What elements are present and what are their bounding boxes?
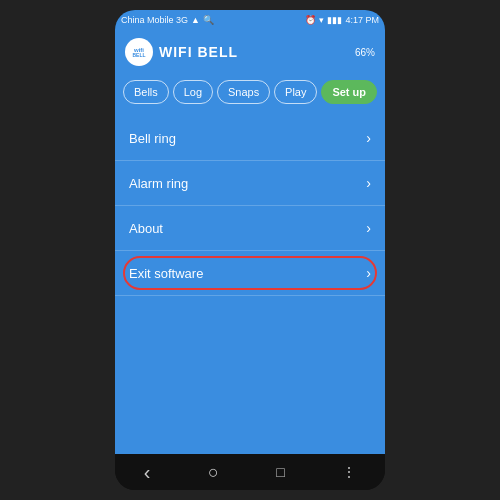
home-button[interactable]: ○ bbox=[208, 462, 219, 483]
tab-snaps[interactable]: Snaps bbox=[217, 80, 270, 104]
search-icon: 🔍 bbox=[203, 15, 214, 25]
app-title: WIFI BELL bbox=[159, 44, 238, 60]
chevron-icon-alarm-ring: › bbox=[366, 175, 371, 191]
tab-play[interactable]: Play bbox=[274, 80, 317, 104]
menu-label-about: About bbox=[129, 221, 163, 236]
menu-item-exit-software[interactable]: Exit software › bbox=[115, 251, 385, 296]
nav-tabs: Bells Log Snaps Play Set up bbox=[115, 74, 385, 112]
signal-icon: ▲ bbox=[191, 15, 200, 25]
tab-log[interactable]: Log bbox=[173, 80, 213, 104]
chevron-icon-bell-ring: › bbox=[366, 130, 371, 146]
time-text: 4:17 PM bbox=[345, 15, 379, 25]
menu-label-exit-software: Exit software bbox=[129, 266, 203, 281]
menu-item-bell-ring[interactable]: Bell ring › bbox=[115, 116, 385, 161]
signal-bars-icon: ▮▮▮ bbox=[327, 15, 342, 25]
chevron-icon-exit-software: › bbox=[366, 265, 371, 281]
more-button[interactable]: ⋮ bbox=[342, 464, 356, 480]
menu-label-alarm-ring: Alarm ring bbox=[129, 176, 188, 191]
menu-list: Bell ring › Alarm ring › About › Exit so… bbox=[115, 112, 385, 454]
back-button[interactable]: ‹ bbox=[144, 461, 151, 484]
app-logo: wifi BELL bbox=[125, 38, 153, 66]
phone-container: China Mobile 3G ▲ 🔍 ⏰ ▾ ▮▮▮ 4:17 PM wifi… bbox=[115, 10, 385, 490]
tab-bells[interactable]: Bells bbox=[123, 80, 169, 104]
battery-percent: 66% bbox=[355, 47, 375, 58]
app-header: wifi BELL WIFI BELL 66% bbox=[115, 30, 385, 74]
status-bar: China Mobile 3G ▲ 🔍 ⏰ ▾ ▮▮▮ 4:17 PM bbox=[115, 10, 385, 30]
bottom-nav-bar: ‹ ○ □ ⋮ bbox=[115, 454, 385, 490]
carrier-text: China Mobile 3G bbox=[121, 15, 188, 25]
menu-item-alarm-ring[interactable]: Alarm ring › bbox=[115, 161, 385, 206]
header-left: wifi BELL WIFI BELL bbox=[125, 38, 238, 66]
wifi-icon: ▾ bbox=[319, 15, 324, 25]
status-bar-left: China Mobile 3G ▲ 🔍 bbox=[121, 15, 214, 25]
chevron-icon-about: › bbox=[366, 220, 371, 236]
alarm-icon: ⏰ bbox=[305, 15, 316, 25]
menu-label-bell-ring: Bell ring bbox=[129, 131, 176, 146]
status-bar-right: ⏰ ▾ ▮▮▮ 4:17 PM bbox=[305, 15, 379, 25]
recent-apps-button[interactable]: □ bbox=[276, 464, 284, 480]
menu-item-about[interactable]: About › bbox=[115, 206, 385, 251]
tab-setup[interactable]: Set up bbox=[321, 80, 377, 104]
